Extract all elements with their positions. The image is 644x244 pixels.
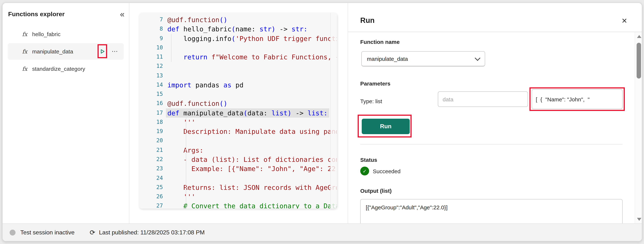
code-line[interactable]: 26 '''	[139, 192, 337, 201]
scrollbar-thumb[interactable]	[636, 43, 641, 79]
more-options-icon[interactable]: ⋯	[112, 43, 118, 60]
last-published-text: Last published: 11/28/2025 03:17:08 PM	[99, 229, 205, 236]
code-line[interactable]: 10	[139, 43, 337, 53]
parameter-value-callout	[530, 87, 625, 111]
status-bar: Test session inactive ⟳ Last published: …	[2, 223, 642, 241]
code-text: def manipulate_data(data: list) -> list:	[166, 108, 329, 118]
function-item-label: hello_fabric	[32, 31, 60, 37]
sidebar-item-standardize_category[interactable]: fxstandardize_category	[8, 60, 124, 77]
function-name-label: Function name	[360, 39, 400, 45]
function-list: fxhello_fabricfxmanipulate_data⋯fxstanda…	[8, 26, 124, 78]
code-text: Args:	[167, 145, 204, 155]
code-line[interactable]: 19 Description: Manipulate data using pa…	[139, 127, 337, 136]
functions-explorer-header: Functions explorer «	[8, 9, 124, 19]
scroll-up-icon[interactable]	[637, 35, 641, 38]
run-panel-title: Run	[360, 16, 375, 25]
code-line[interactable]: 15	[139, 90, 337, 99]
output-box[interactable]: [{"AgeGroup":"Adult","Age":22.0}]	[360, 199, 622, 227]
success-check-icon: ✓	[360, 167, 369, 175]
code-line[interactable]: 7@udf.function()	[139, 15, 337, 24]
function-item-label: standardize_category	[32, 66, 85, 72]
code-text: '''	[167, 192, 196, 201]
code-line[interactable]: 17def manipulate_data(data: list) -> lis…	[139, 108, 337, 118]
code-editor[interactable]: 7@udf.function()8def hello_fabric(name: …	[139, 13, 337, 209]
code-line[interactable]: 22 - data (list): List of dictionaries c…	[139, 155, 337, 164]
line-number: 8	[139, 24, 163, 34]
code-line[interactable]: 12	[139, 62, 337, 71]
check-glyph: ✓	[363, 168, 367, 174]
indent-guide	[186, 118, 186, 209]
output-heading: Output (list)	[360, 188, 392, 194]
line-number: 14	[139, 80, 163, 90]
line-number: 9	[139, 34, 163, 43]
close-icon[interactable]: ✕	[622, 16, 627, 25]
scroll-down-icon[interactable]	[637, 218, 641, 221]
indent-guide	[171, 34, 172, 62]
sidebar-item-hello_fabric[interactable]: fxhello_fabric	[8, 26, 124, 42]
run-callout	[98, 44, 107, 58]
line-number: 10	[139, 43, 163, 53]
run-button[interactable]: Run	[362, 119, 410, 134]
code-line[interactable]: 9 logging.info('Python UDF trigger funct…	[139, 34, 337, 43]
line-number: 26	[139, 192, 163, 201]
function-name-dropdown[interactable]: manipulate_data	[361, 51, 485, 66]
code-line[interactable]: 14import pandas as pd	[139, 80, 337, 90]
function-item-label: manipulate_data	[32, 48, 73, 55]
code-lines: 7@udf.function()8def hello_fabric(name: …	[139, 15, 337, 209]
code-line[interactable]: 23 Example: [{"Name": "John", "Age": 22,	[139, 164, 337, 174]
function-icon: fx	[22, 31, 27, 37]
functions-app-window: Functions explorer « fxhello_fabricfxman…	[2, 2, 642, 242]
function-icon: fx	[22, 48, 27, 55]
code-text: Description: Manipulate data using panda…	[167, 127, 337, 136]
app-root: Functions explorer « fxhello_fabricfxman…	[0, 0, 644, 244]
code-text: @udf.function()	[167, 15, 228, 24]
run-panel-scrollbar[interactable]	[635, 32, 642, 224]
function-name-value: manipulate_data	[367, 56, 408, 62]
code-text: Example: [{"Name": "John", "Age": 22,	[167, 164, 337, 174]
code-line[interactable]: 25 Returns: list: JSON records with AgeG…	[139, 183, 337, 192]
session-status-text: Test session inactive	[20, 229, 74, 236]
line-number: 23	[139, 164, 163, 174]
function-icon: fx	[22, 65, 27, 72]
code-line[interactable]: 20	[139, 136, 337, 146]
parameter-type-label: Type: list	[360, 98, 382, 104]
line-number: 19	[139, 127, 163, 136]
output-value: [{"AgeGroup":"Adult","Age":22.0}]	[366, 204, 448, 211]
code-line[interactable]: 8def hello_fabric(name: str) -> str:	[139, 24, 337, 34]
line-number: 11	[139, 52, 163, 62]
code-text: return f"Welcome to Fabric Functions, {n…	[167, 52, 337, 62]
line-number: 22	[139, 155, 163, 164]
line-number: 18	[139, 118, 163, 127]
line-number: 21	[139, 145, 163, 155]
line-number: 27	[139, 201, 163, 209]
code-text: Returns: list: JSON records with AgeGrou…	[167, 183, 337, 192]
parameters-heading: Parameters	[360, 80, 390, 87]
line-number: 15	[139, 90, 163, 99]
status-value: Succeeded	[373, 168, 400, 174]
line-number: 20	[139, 136, 163, 146]
line-number: 24	[139, 173, 163, 183]
code-text: '''	[167, 118, 196, 127]
sidebar-item-manipulate_data[interactable]: fxmanipulate_data⋯	[8, 43, 124, 60]
parameter-value-input[interactable]	[532, 89, 622, 109]
functions-explorer-panel: Functions explorer « fxhello_fabricfxman…	[2, 3, 129, 224]
editor-scroll-gutter	[330, 13, 337, 209]
code-line[interactable]: 27 # Convert the data dictionary to a Da…	[139, 201, 337, 209]
collapse-panel-icon[interactable]: «	[120, 10, 125, 18]
code-line[interactable]: 11 return f"Welcome to Fabric Functions,…	[139, 52, 337, 62]
line-number: 13	[139, 71, 163, 80]
refresh-icon: ⟳	[90, 229, 95, 236]
code-line[interactable]: 13	[139, 71, 337, 80]
code-text: import pandas as pd	[167, 80, 244, 90]
code-line[interactable]: 16@udf.function()	[139, 99, 337, 108]
parameter-name-input[interactable]	[438, 91, 528, 107]
line-number: 12	[139, 62, 163, 71]
status-heading: Status	[360, 157, 377, 163]
code-line[interactable]: 24	[139, 173, 337, 183]
code-text: # Convert the data dictionary to a DataF…	[167, 201, 337, 209]
run-button-callout: Run	[358, 115, 412, 137]
run-panel: Run ✕ Function name manipulate_data Para…	[348, 3, 642, 224]
code-line[interactable]: 18 '''	[139, 118, 337, 127]
code-line[interactable]: 21 Args:	[139, 145, 337, 155]
play-icon[interactable]	[100, 49, 105, 54]
